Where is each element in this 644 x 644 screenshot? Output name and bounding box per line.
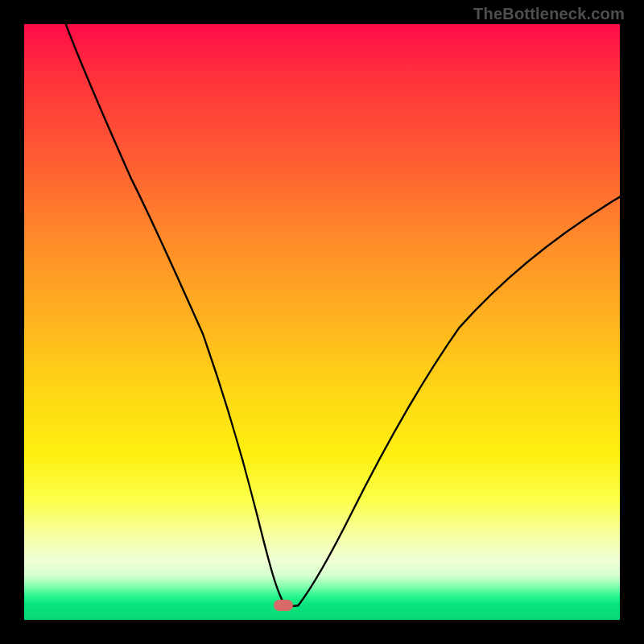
watermark-text: TheBottleneck.com — [473, 5, 625, 23]
chart-frame: TheBottleneck.com — [0, 0, 644, 644]
valley-marker — [274, 600, 293, 611]
bottleneck-curve — [24, 24, 620, 620]
chart-plot-area — [24, 24, 620, 620]
